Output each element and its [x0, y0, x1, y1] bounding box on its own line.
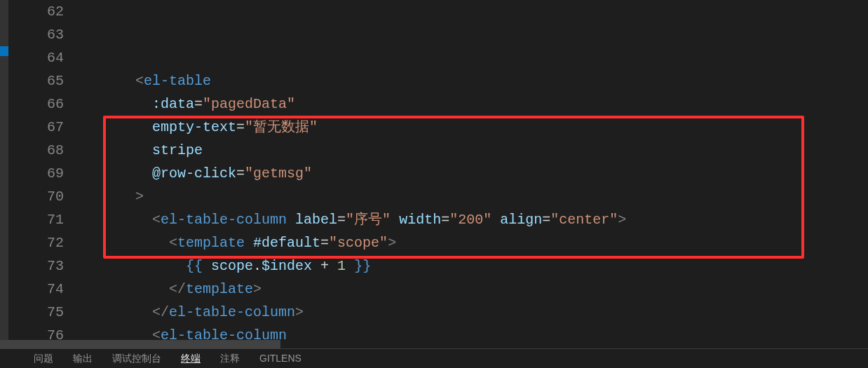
code-line[interactable]: <el-table-column label="序号" width="200" … [85, 208, 868, 231]
code-line[interactable]: stripe [85, 139, 868, 162]
code-line[interactable]: :data="pagedData" [85, 93, 868, 116]
line-number: 65 [8, 69, 64, 93]
code-line[interactable]: {{ scope.$index + 1 }} [85, 254, 868, 278]
line-number: 75 [8, 301, 64, 324]
line-number: 62 [8, 0, 64, 23]
panel-tab[interactable]: 注释 [220, 347, 240, 368]
line-number: 70 [8, 185, 64, 208]
line-number: 68 [8, 139, 64, 162]
editor-rail [0, 0, 8, 368]
panel-tab[interactable]: 问题 [34, 347, 53, 368]
code-editor[interactable]: 626364656667686970717273747576 <el-table… [0, 0, 868, 368]
line-number: 66 [8, 93, 64, 116]
code-line[interactable]: <el-table [85, 69, 868, 93]
modified-marker [0, 46, 8, 56]
bottom-panel-tabs[interactable]: 问题输出调试控制台终端注释GITLENS [0, 348, 868, 368]
line-number: 64 [8, 46, 64, 69]
line-number: 72 [8, 231, 64, 254]
line-number: 67 [8, 116, 64, 139]
panel-tab[interactable]: 输出 [73, 347, 93, 368]
line-number: 69 [8, 162, 64, 185]
panel-tab[interactable]: 终端 [181, 347, 201, 368]
code-line[interactable]: @row-click="getmsg" [85, 162, 868, 185]
panel-tab[interactable]: GITLENS [259, 347, 301, 368]
line-number: 74 [8, 278, 64, 301]
code-line[interactable]: </template> [85, 278, 868, 301]
code-line[interactable]: </el-table-column> [85, 301, 868, 324]
code-line[interactable]: > [85, 185, 868, 208]
code-line[interactable]: <template #default="scope"> [85, 231, 868, 254]
line-number: 73 [8, 254, 64, 278]
line-number: 71 [8, 208, 64, 231]
line-number: 63 [8, 23, 64, 46]
line-number-gutter: 626364656667686970717273747576 [8, 0, 82, 368]
code-area[interactable]: <el-table :data="pagedData" empty-text="… [82, 0, 868, 368]
code-line[interactable]: empty-text="暂无数据" [85, 116, 868, 139]
panel-tab[interactable]: 调试控制台 [112, 347, 161, 368]
